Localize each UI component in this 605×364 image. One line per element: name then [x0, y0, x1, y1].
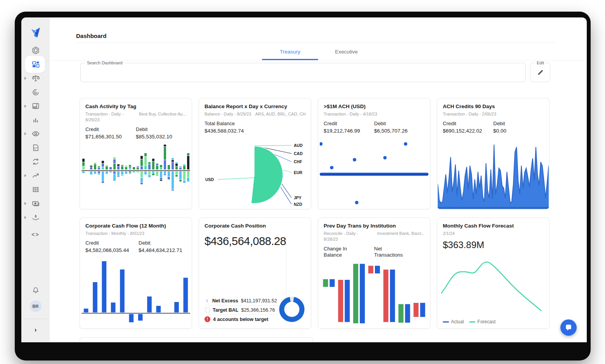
sidebar-item-developer[interactable]: <>	[21, 231, 50, 238]
trend-arrow-icon	[31, 171, 40, 180]
sidebar-expand-button[interactable]: ›	[21, 326, 50, 334]
monthly-bar-chart[interactable]	[81, 259, 190, 325]
sidebar-item-settings[interactable]	[21, 46, 50, 55]
eye-icon	[31, 129, 40, 138]
credit-value: $690,152,422.02	[443, 128, 493, 134]
user-avatar[interactable]: BR	[21, 300, 50, 312]
scatter-chart[interactable]	[320, 140, 428, 206]
notifications-button[interactable]	[21, 286, 50, 295]
widget-title: Corporate Cash Position	[205, 223, 305, 229]
svg-text:AUD: AUD	[294, 143, 303, 148]
widget-monthly-cash-flow-forecast[interactable]: Monthly Cash Flow Forecast 2/1/24 $363.8…	[437, 217, 550, 329]
widget-title: >$1M ACH (USD)	[324, 104, 425, 109]
sidebar-item-balances[interactable]	[21, 74, 50, 83]
svg-text:EUR: EUR	[294, 170, 303, 175]
search-input-label: Search Dashboard	[85, 60, 124, 65]
tab-treasury[interactable]: Treasury	[262, 45, 318, 60]
alert-text: 4 accounts below target	[213, 317, 268, 322]
edit-button-label: Edit	[535, 60, 546, 65]
avatar-initials: BR	[30, 300, 42, 312]
credit-value: $71,656,301.50	[85, 134, 136, 140]
bell-icon	[31, 286, 40, 295]
widget-cash-activity-by-tag[interactable]: Cash Activity by Tag Transaction - Daily…	[80, 98, 192, 209]
widget-title: Cash Activity by Tag	[85, 104, 186, 109]
target-bal-label: Target BAL	[213, 307, 238, 313]
dashboard-grid-icon	[31, 60, 40, 69]
header-divider	[75, 43, 556, 43]
sidebar-item-dashboards[interactable]	[21, 60, 50, 69]
document-icon	[31, 143, 40, 152]
partially-visible-widget[interactable]	[80, 337, 313, 342]
area-chart[interactable]	[438, 144, 549, 209]
debit-value: $4,484,634,212.71	[139, 247, 186, 253]
cash-payments-icon	[31, 199, 40, 208]
chat-bubble-icon	[565, 324, 572, 331]
currency-pie-chart[interactable]: AUDCADCHFEURJPYNZDUSD	[205, 141, 307, 207]
credit-label: Credit	[324, 121, 374, 127]
legend-actual: Actual	[443, 319, 464, 324]
stacked-bar-chart[interactable]	[81, 145, 190, 207]
donut-chart[interactable]	[278, 296, 305, 323]
credit-value: $19,212,746.99	[324, 128, 374, 134]
sidebar-item-payments[interactable]	[21, 199, 50, 208]
svg-text:CAD: CAD	[294, 151, 303, 156]
cash-position-value: $436,564,088.28	[205, 235, 305, 248]
widget-filter-tags: Best Buy, Collective Au...	[139, 111, 186, 123]
debit-label: Debit	[136, 126, 186, 133]
page-title: Dashboard	[76, 33, 106, 39]
legend-forecast: Forecast	[469, 319, 496, 324]
debit-label: Debit	[139, 240, 186, 246]
seedling-hands-icon	[31, 213, 40, 222]
widget-title: ACH Credits 90 Days	[443, 104, 544, 109]
trovata-logo-icon	[29, 26, 43, 40]
app-logo[interactable]	[21, 26, 50, 40]
widget-balance-report[interactable]: Balance Report x Day x Currency Balance …	[199, 98, 311, 209]
target-square-icon	[205, 307, 210, 312]
widget-title: Corporate Cash Flow (12 Month)	[85, 223, 186, 229]
sidebar-item-accounts[interactable]	[21, 102, 50, 111]
dashboard-tabs: Treasury Executive	[50, 45, 587, 60]
sidebar-item-monitor[interactable]	[21, 129, 50, 138]
institution-bar-chart[interactable]	[321, 261, 427, 325]
debit-value: $85,535,032.10	[136, 134, 186, 140]
code-icon: <>	[31, 231, 39, 238]
svg-text:JPY: JPY	[294, 195, 302, 200]
tab-executive[interactable]: Executive	[318, 45, 374, 60]
widget-subtitle: Transaction - Daily - 2/06/23	[443, 111, 496, 117]
sidebar-item-growth[interactable]	[21, 213, 50, 222]
chat-launcher-button[interactable]	[560, 319, 577, 336]
change-in-balance-label: Change In Balance	[324, 246, 359, 259]
sidebar-item-sync[interactable]	[21, 157, 50, 166]
forecast-value: $363.89M	[443, 240, 544, 250]
arrow-up-icon: ↑	[205, 298, 210, 304]
widget-subtitle: Transaction - Daily - 8/29/23	[85, 111, 135, 123]
widget-corporate-cash-flow[interactable]: Corporate Cash Flow (12 Month) Transacti…	[80, 217, 192, 329]
net-transactions-label: Net Transactions	[374, 246, 409, 259]
sidebar-item-forecasts[interactable]	[21, 171, 50, 180]
widget-1m-ach[interactable]: >$1M ACH (USD) Transaction - Daily - 4/1…	[318, 98, 430, 209]
app-window: <> BR › Dashboard Treasury Executive Sea…	[21, 17, 587, 342]
sidebar-item-data-tables[interactable]	[21, 185, 50, 194]
widget-ach-credits-90-days[interactable]: ACH Credits 90 Days Transaction - Daily …	[437, 98, 550, 209]
sidebar-item-documents[interactable]	[21, 143, 50, 152]
search-dashboard-input[interactable]: Search Dashboard	[80, 63, 526, 82]
chart-legend: Actual Forecast	[443, 319, 496, 324]
bar-chart-icon	[31, 116, 40, 125]
actual-swatch	[443, 321, 449, 323]
sidebar-item-insights[interactable]	[21, 88, 50, 97]
widget-subtitle: 2/1/24	[443, 231, 455, 236]
widget-subtitle: Balance - Daily - 8/29/23	[205, 111, 251, 117]
sidebar-item-reports[interactable]	[21, 116, 50, 125]
pencil-edit-icon	[536, 69, 544, 76]
widget-prev-day-trans[interactable]: Prev Day Trans by Institution Reconcile …	[318, 217, 430, 329]
edit-dashboard-button[interactable]: Edit	[530, 63, 550, 82]
widget-corporate-cash-position[interactable]: Corporate Cash Position $436,564,088.28 …	[199, 217, 311, 329]
credit-label: Credit	[85, 240, 139, 246]
table-grid-icon	[31, 185, 40, 194]
alert-row[interactable]: ! 4 accounts below target	[205, 315, 281, 324]
target-bal-value: $25,366,156.76	[241, 307, 275, 313]
total-balance-label: Total Balance	[205, 121, 305, 127]
svg-text:USD: USD	[205, 177, 214, 182]
forecast-line-chart[interactable]	[441, 258, 545, 315]
debit-label: Debit	[374, 121, 425, 127]
